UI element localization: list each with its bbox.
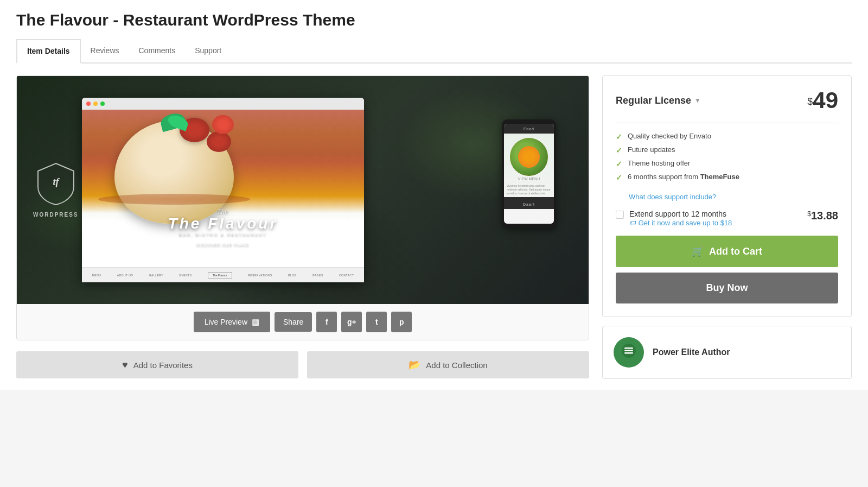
check-icon-1: ✓	[616, 132, 622, 141]
save-link[interactable]: Get it now and save up to $18	[639, 219, 732, 227]
buy-now-label: Buy Now	[706, 282, 748, 293]
add-to-cart-label: Add to Cart	[709, 246, 762, 257]
theme-fuse-bold: ThemeFuse	[700, 173, 739, 181]
pinterest-icon: p	[399, 318, 404, 326]
action-row: Live Preview ▦ Share f g+ t	[17, 304, 589, 340]
mock-browser-bar	[82, 98, 364, 110]
dot-green	[100, 102, 105, 106]
extend-support-content: Extend support to 12 months 🏷 Get it now…	[629, 210, 802, 227]
live-preview-label: Live Preview	[205, 318, 247, 326]
dot-yellow	[93, 102, 98, 106]
extend-price-value: 13.88	[811, 210, 838, 222]
mobile-description: Vivamus hendrerit arcu sed erat molestie…	[504, 182, 554, 197]
wp-shield-icon: tf	[37, 162, 75, 206]
license-name: Regular License ▼	[616, 95, 701, 106]
wp-text: WORDPRESS	[33, 212, 79, 218]
price-value: 49	[813, 87, 838, 113]
nav-item-mock-7: Pages	[312, 274, 323, 277]
price-currency: $	[807, 96, 813, 107]
mobile-food-image	[510, 138, 548, 176]
cart-icon: 🛒	[692, 245, 704, 257]
license-card: Regular License ▼ $49 ✓ Quality checked …	[602, 75, 852, 317]
svg-text:tf: tf	[53, 176, 60, 187]
live-preview-button[interactable]: Live Preview ▦	[194, 312, 270, 332]
extend-support-label: Extend support to 12 months	[629, 210, 726, 218]
flavour-subtitle: Bar, Bistro & Restaurant	[168, 232, 278, 237]
wp-logo: tf WORDPRESS	[33, 162, 79, 218]
sauce-visual	[98, 194, 250, 205]
nav-item-mock-8: Contact	[339, 274, 354, 277]
svg-rect-3	[624, 350, 633, 352]
twitter-button[interactable]: t	[366, 312, 387, 332]
dot-red	[86, 102, 91, 106]
extend-price-currency: $	[807, 210, 811, 218]
share-label: Share	[283, 318, 303, 326]
add-to-collection-label: Add to Collection	[426, 360, 487, 370]
nav-item-mock-5: Reservations	[248, 274, 272, 277]
add-to-favorites-button[interactable]: ♥ Add to Favorites	[16, 351, 298, 378]
feature-text-3: Theme hosting offer	[628, 159, 690, 167]
berry-2	[207, 131, 231, 152]
tab-item-details[interactable]: Item Details	[16, 39, 81, 64]
nav-item-mock-6: Blog	[288, 274, 297, 277]
power-elite-svg	[621, 343, 636, 358]
feature-item-1: ✓ Quality checked by Envato	[616, 132, 838, 141]
tab-reviews[interactable]: Reviews	[81, 39, 129, 64]
page-title: The Flavour - Restaurant WordPress Theme	[16, 11, 852, 29]
nav-item-mock: Menu	[92, 274, 101, 277]
mock-mobile: Food VIEW MENU Vivamus hendrerit arcu se…	[502, 119, 556, 228]
license-name-text: Regular License	[616, 95, 691, 106]
mock-browser-content: The The Flavour Bar, Bistro & Restaurant…	[82, 110, 364, 282]
tab-support[interactable]: Support	[185, 39, 231, 64]
facebook-button[interactable]: f	[316, 312, 337, 332]
check-icon-3: ✓	[616, 160, 622, 168]
feature-text-2: Future updates	[628, 146, 675, 154]
flavour-overlay: The The Flavour Bar, Bistro & Restaurant…	[168, 208, 278, 250]
check-icon-2: ✓	[616, 146, 622, 155]
license-dropdown-icon[interactable]: ▼	[694, 97, 701, 104]
bottom-actions: ♥ Add to Favorites 📂 Add to Collection	[16, 351, 589, 378]
nav-item-mock-4: Events	[180, 274, 192, 277]
check-icon-4: ✓	[616, 173, 622, 182]
flavour-title-text: The Flavour	[168, 215, 278, 232]
collection-icon: 📂	[409, 359, 420, 371]
nav-item-mock-2: About Us	[117, 274, 133, 277]
tabs-nav: Item Details Reviews Comments Support	[16, 39, 852, 64]
googleplus-button[interactable]: g+	[341, 312, 362, 332]
add-to-cart-button[interactable]: 🛒 Add to Cart	[616, 236, 838, 267]
support-include-link[interactable]: What does support include?	[629, 193, 838, 201]
power-elite-icon	[621, 343, 636, 362]
twitter-icon: t	[375, 318, 378, 326]
feature-item-4: ✓ 6 months support from ThemeFuse	[616, 173, 838, 182]
googleplus-icon: g+	[347, 318, 356, 326]
feature-list: ✓ Quality checked by Envato ✓ Future upd…	[616, 132, 838, 182]
share-button[interactable]: Share	[275, 312, 312, 332]
berry-3	[212, 115, 234, 134]
svg-rect-4	[624, 352, 633, 354]
tab-comments[interactable]: Comments	[129, 39, 186, 64]
buy-now-button[interactable]: Buy Now	[616, 273, 838, 303]
feature-item-3: ✓ Theme hosting offer	[616, 159, 838, 168]
license-price-display: $49	[807, 89, 838, 112]
left-panel: tf WORDPRESS	[16, 75, 589, 378]
live-preview-icon: ▦	[252, 317, 259, 327]
author-card: Power Elite Author	[602, 326, 852, 379]
preview-image-container: tf WORDPRESS	[17, 76, 589, 304]
mock-nav: Menu About Us Gallery Events The Flavour…	[82, 267, 364, 282]
add-to-collection-button[interactable]: 📂 Add to Collection	[307, 351, 589, 378]
feature-item-2: ✓ Future updates	[616, 146, 838, 155]
facebook-icon: f	[326, 318, 328, 326]
pinterest-button[interactable]: p	[391, 312, 412, 332]
main-content: tf WORDPRESS	[16, 75, 852, 379]
discover-btn: Discover Our Place	[168, 241, 278, 250]
mobile-view-menu: VIEW MENU	[504, 176, 554, 182]
heart-icon: ♥	[122, 359, 128, 371]
feature-text-4: 6 months support from ThemeFuse	[628, 173, 739, 181]
extend-save-link: 🏷 Get it now and save up to $18	[629, 218, 802, 227]
extend-support-row: Extend support to 12 months 🏷 Get it now…	[616, 210, 838, 227]
right-panel: Regular License ▼ $49 ✓ Quality checked …	[602, 75, 852, 379]
extend-support-checkbox[interactable]	[616, 211, 624, 219]
mobile-dessert-label: Daert	[523, 203, 535, 206]
mock-mobile-screen: Food VIEW MENU Vivamus hendrerit arcu se…	[504, 124, 554, 224]
extend-price-display: $13.88	[807, 210, 838, 222]
